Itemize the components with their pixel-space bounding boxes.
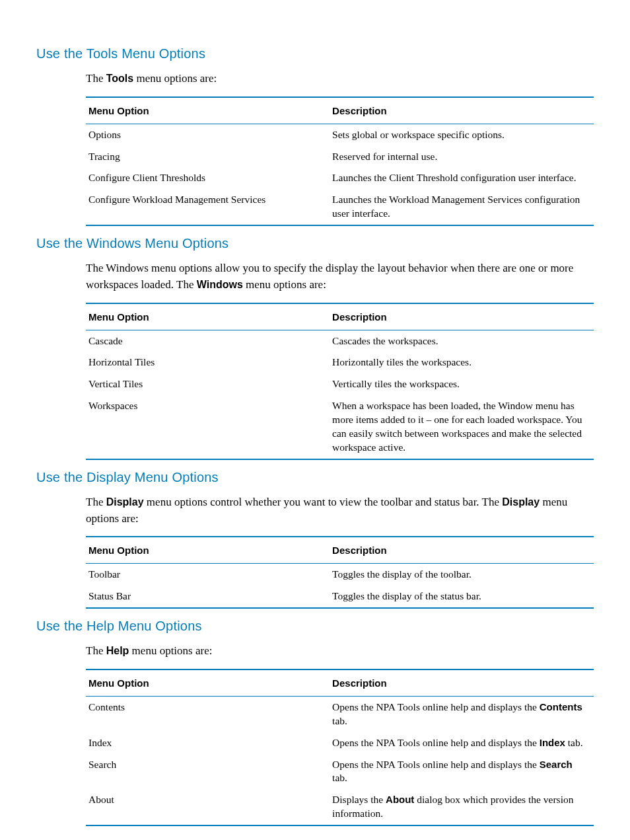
section-intro: The Tools menu options are: bbox=[86, 71, 594, 87]
section-intro: The Help menu options are: bbox=[86, 643, 594, 660]
table-row: ContentsOpens the NPA Tools online help … bbox=[86, 696, 594, 732]
menu-option-cell: About bbox=[86, 789, 330, 825]
table-row: Configure Client ThresholdsLaunches the … bbox=[86, 167, 594, 189]
table-header: Menu Option bbox=[86, 303, 330, 330]
section-heading: Use the Windows Menu Options bbox=[36, 234, 594, 252]
table-header: Description bbox=[330, 669, 594, 697]
menu-option-cell: Contents bbox=[86, 696, 330, 732]
menu-option-cell: Vertical Tiles bbox=[86, 373, 330, 395]
table-row: WorkspacesWhen a workspace has been load… bbox=[86, 395, 594, 459]
menu-option-cell: Search bbox=[86, 754, 330, 790]
description-cell: Opens the NPA Tools online help and disp… bbox=[330, 732, 594, 754]
description-cell: When a workspace has been loaded, the Wi… bbox=[330, 395, 594, 459]
section-intro: The Display menu options control whether… bbox=[86, 494, 594, 527]
table-row: CascadeCascades the workspaces. bbox=[86, 330, 594, 352]
description-cell: Opens the NPA Tools online help and disp… bbox=[330, 754, 594, 790]
section-intro: The Windows menu options allow you to sp… bbox=[86, 260, 594, 293]
menu-option-cell: Horizontal Tiles bbox=[86, 352, 330, 373]
table-header: Description bbox=[330, 303, 594, 330]
description-cell: Reserved for internal use. bbox=[330, 146, 594, 168]
table-row: TracingReserved for internal use. bbox=[86, 146, 594, 168]
table-row: Configure Workload Management ServicesLa… bbox=[86, 189, 594, 225]
description-cell: Sets global or workspace specific option… bbox=[330, 124, 594, 145]
table-header: Description bbox=[330, 537, 594, 564]
menu-option-cell: Configure Workload Management Services bbox=[86, 189, 330, 225]
menu-options-table: Menu OptionDescriptionOptionsSets global… bbox=[86, 96, 594, 227]
description-cell: Toggles the display of the status bar. bbox=[330, 586, 594, 608]
section-heading: Use the Tools Menu Options bbox=[36, 44, 594, 63]
table-row: Horizontal TilesHorizontally tiles the w… bbox=[86, 352, 594, 373]
description-cell: Horizontally tiles the workspaces. bbox=[330, 352, 594, 373]
description-cell: Cascades the workspaces. bbox=[330, 330, 594, 352]
description-cell: Displays the About dialog box which prov… bbox=[330, 789, 594, 825]
menu-option-cell: Configure Client Thresholds bbox=[86, 167, 330, 189]
table-row: OptionsSets global or workspace specific… bbox=[86, 124, 594, 145]
menu-option-cell: Tracing bbox=[86, 146, 330, 168]
menu-option-cell: Cascade bbox=[86, 330, 330, 352]
menu-option-cell: Status Bar bbox=[86, 586, 330, 608]
menu-option-cell: Workspaces bbox=[86, 395, 330, 459]
table-row: SearchOpens the NPA Tools online help an… bbox=[86, 754, 594, 790]
table-row: Status BarToggles the display of the sta… bbox=[86, 586, 594, 608]
description-cell: Launches the Client Threshold configurat… bbox=[330, 167, 594, 189]
menu-option-cell: Options bbox=[86, 124, 330, 145]
description-cell: Toggles the display of the toolbar. bbox=[330, 564, 594, 586]
table-row: AboutDisplays the About dialog box which… bbox=[86, 789, 594, 825]
menu-option-cell: Toolbar bbox=[86, 564, 330, 586]
menu-options-table: Menu OptionDescriptionToolbarToggles the… bbox=[86, 536, 594, 609]
menu-options-table: Menu OptionDescriptionCascadeCascades th… bbox=[86, 303, 594, 460]
table-row: ToolbarToggles the display of the toolba… bbox=[86, 564, 594, 586]
menu-options-table: Menu OptionDescriptionContentsOpens the … bbox=[86, 669, 594, 826]
table-header: Description bbox=[330, 97, 594, 124]
description-cell: Launches the Workload Management Service… bbox=[330, 189, 594, 225]
description-cell: Vertically tiles the workspaces. bbox=[330, 373, 594, 395]
table-header: Menu Option bbox=[86, 669, 330, 697]
table-row: Vertical TilesVertically tiles the works… bbox=[86, 373, 594, 395]
section-heading: Use the Display Menu Options bbox=[36, 468, 594, 486]
table-header: Menu Option bbox=[86, 97, 330, 124]
table-header: Menu Option bbox=[86, 537, 330, 564]
menu-option-cell: Index bbox=[86, 732, 330, 754]
description-cell: Opens the NPA Tools online help and disp… bbox=[330, 696, 594, 732]
section-heading: Use the Help Menu Options bbox=[36, 617, 594, 635]
table-row: IndexOpens the NPA Tools online help and… bbox=[86, 732, 594, 754]
